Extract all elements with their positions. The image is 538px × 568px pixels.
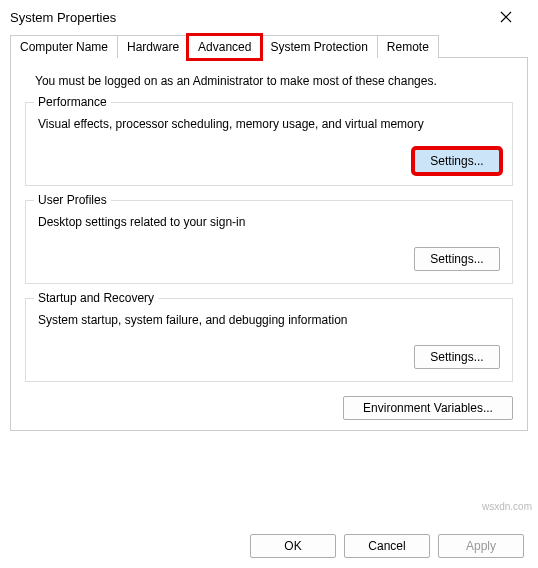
apply-button[interactable]: Apply bbox=[438, 534, 524, 558]
startup-recovery-legend: Startup and Recovery bbox=[34, 291, 158, 305]
performance-desc: Visual effects, processor scheduling, me… bbox=[38, 117, 500, 131]
ok-button[interactable]: OK bbox=[250, 534, 336, 558]
user-profiles-button-row: Settings... bbox=[38, 247, 500, 271]
performance-legend: Performance bbox=[34, 95, 111, 109]
dialog-button-row: OK Cancel Apply bbox=[250, 534, 524, 558]
tab-hardware[interactable]: Hardware bbox=[117, 35, 189, 58]
performance-button-row: Settings... bbox=[38, 149, 500, 173]
performance-settings-button[interactable]: Settings... bbox=[414, 149, 500, 173]
tab-strip: Computer Name Hardware Advanced System P… bbox=[0, 35, 538, 58]
close-button[interactable] bbox=[486, 3, 526, 31]
cancel-button[interactable]: Cancel bbox=[344, 534, 430, 558]
user-profiles-group: User Profiles Desktop settings related t… bbox=[25, 200, 513, 284]
watermark: wsxdn.com bbox=[482, 501, 532, 512]
titlebar: System Properties bbox=[0, 0, 538, 34]
user-profiles-legend: User Profiles bbox=[34, 193, 111, 207]
startup-recovery-group: Startup and Recovery System startup, sys… bbox=[25, 298, 513, 382]
environment-variables-button[interactable]: Environment Variables... bbox=[343, 396, 513, 420]
tab-computer-name[interactable]: Computer Name bbox=[10, 35, 118, 58]
tab-remote[interactable]: Remote bbox=[377, 35, 439, 58]
tab-advanced[interactable]: Advanced bbox=[188, 35, 261, 59]
tab-system-protection[interactable]: System Protection bbox=[260, 35, 377, 58]
user-profiles-settings-button[interactable]: Settings... bbox=[414, 247, 500, 271]
startup-recovery-settings-button[interactable]: Settings... bbox=[414, 345, 500, 369]
close-icon bbox=[500, 11, 512, 23]
admin-note: You must be logged on as an Administrato… bbox=[35, 74, 513, 88]
system-properties-window: System Properties Computer Name Hardware… bbox=[0, 0, 538, 568]
user-profiles-desc: Desktop settings related to your sign-in bbox=[38, 215, 500, 229]
startup-recovery-desc: System startup, system failure, and debu… bbox=[38, 313, 500, 327]
startup-recovery-button-row: Settings... bbox=[38, 345, 500, 369]
environment-variables-row: Environment Variables... bbox=[25, 396, 513, 420]
performance-group: Performance Visual effects, processor sc… bbox=[25, 102, 513, 186]
tab-panel-advanced: You must be logged on as an Administrato… bbox=[10, 57, 528, 431]
window-title: System Properties bbox=[10, 10, 116, 25]
